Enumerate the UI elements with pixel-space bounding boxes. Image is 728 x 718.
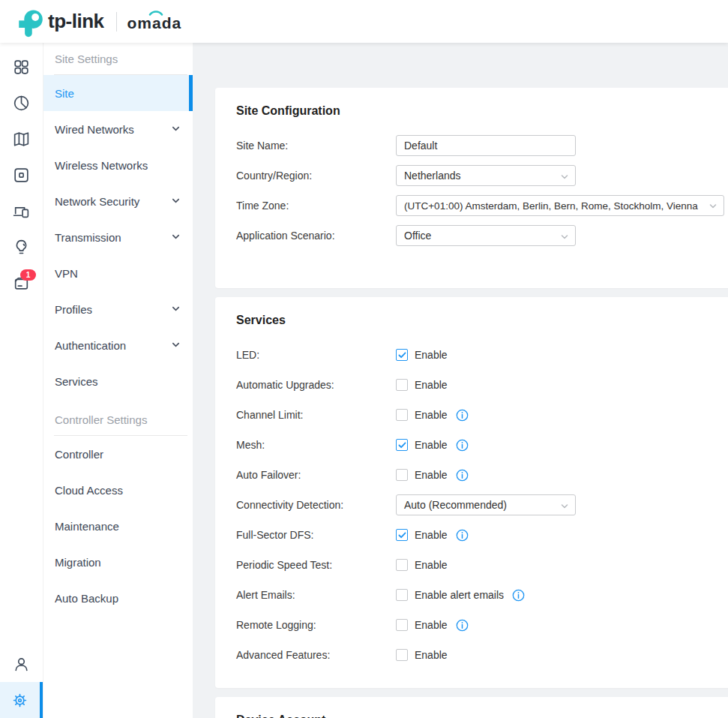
chevron-down-icon [171, 195, 181, 208]
info-icon[interactable] [456, 619, 469, 632]
automatic-upgrades-row: Automatic Upgrades: Enable [236, 370, 728, 400]
channel-limit-row: Channel Limit: Enable [236, 400, 728, 430]
led-row: LED: Enable [236, 340, 728, 370]
brand-name: tp-link [48, 10, 104, 33]
chevron-down-icon [171, 231, 181, 244]
chevron-down-icon [560, 172, 569, 184]
sidebar-item-controller[interactable]: Controller [43, 436, 193, 472]
site-name-row: Site Name: [236, 131, 728, 161]
device-account-card: Device Account [215, 697, 728, 718]
tp-link-logo-icon [15, 5, 46, 40]
alert-emails-row: Alert Emails: Enable alert emails [236, 580, 728, 610]
time-zone-label: Time Zone: [236, 200, 396, 212]
card-title: Services [236, 314, 728, 327]
site-configuration-card: Site Configuration Site Name: Country/Re… [215, 88, 728, 288]
sidebar-section-site-settings: Site Settings [43, 43, 193, 74]
connectivity-detection-select[interactable]: Auto (Recommended) [396, 494, 576, 515]
remote-logging-row: Remote Logging: Enable [236, 610, 728, 640]
remote-logging-enable-checkbox[interactable] [396, 619, 408, 631]
channel-limit-enable-checkbox[interactable] [396, 409, 408, 421]
advanced-features-enable-checkbox[interactable] [396, 649, 408, 661]
sidebar-item-maintenance[interactable]: Maintenance [43, 508, 193, 544]
country-region-label: Country/Region: [236, 170, 396, 182]
time-zone-select[interactable]: (UTC+01:00) Amsterdam, Berlin, Bern, Rom… [396, 195, 724, 216]
automatic-upgrades-enable-checkbox[interactable] [396, 379, 408, 391]
nav-dashboard-icon[interactable] [0, 49, 43, 85]
periodic-speed-test-row: Periodic Speed Test: Enable [236, 550, 728, 580]
country-region-select[interactable]: Netherlands [396, 165, 576, 186]
nav-account-icon[interactable] [0, 646, 43, 682]
sidebar-item-network-security[interactable]: Network Security [43, 183, 193, 219]
auto-failover-row: Auto Failover: Enable [236, 460, 728, 490]
settings-sidebar: Site Settings Site Wired Networks Wirele… [43, 43, 193, 718]
advanced-features-row: Advanced Features: Enable [236, 640, 728, 670]
wifi-arcs-icon [148, 9, 164, 17]
application-scenario-select[interactable]: Office [396, 225, 576, 246]
site-name-input[interactable] [396, 135, 576, 156]
services-card: Services LED: Enable Automatic Upgrades:… [215, 297, 728, 688]
sidebar-item-wireless-networks[interactable]: Wireless Networks [43, 147, 193, 183]
card-title: Site Configuration [236, 104, 728, 118]
sidebar-item-services[interactable]: Services [43, 363, 193, 399]
nav-settings-icon[interactable] [0, 682, 43, 718]
time-zone-row: Time Zone: (UTC+01:00) Amsterdam, Berlin… [236, 191, 728, 221]
sidebar-item-transmission[interactable]: Transmission [43, 219, 193, 255]
sidebar-item-site[interactable]: Site [43, 75, 193, 111]
full-sector-dfs-enable-checkbox[interactable] [396, 529, 408, 541]
sidebar-item-vpn[interactable]: VPN [43, 255, 193, 291]
icon-rail: 1 [0, 43, 43, 718]
chevron-down-icon [560, 501, 569, 513]
nav-insights-icon[interactable] [0, 229, 43, 265]
logs-badge: 1 [20, 269, 36, 281]
nav-clients-icon[interactable] [0, 193, 43, 229]
application-scenario-label: Application Scenario: [236, 230, 396, 242]
full-sector-dfs-row: Full-Sector DFS: Enable [236, 520, 728, 550]
sidebar-section-controller-settings: Controller Settings [43, 404, 193, 435]
sidebar-item-wired-networks[interactable]: Wired Networks [43, 111, 193, 147]
nav-devices-icon[interactable] [0, 157, 43, 193]
info-icon[interactable] [512, 589, 525, 602]
led-enable-checkbox[interactable] [396, 349, 408, 361]
product-logo: omada [127, 14, 182, 32]
country-region-row: Country/Region: Netherlands [236, 161, 728, 191]
header-divider [116, 12, 117, 32]
info-icon[interactable] [456, 469, 469, 482]
chevron-down-icon [171, 123, 181, 136]
rail-spacer [0, 301, 43, 646]
sidebar-item-profiles[interactable]: Profiles [43, 291, 193, 327]
alert-emails-enable-checkbox[interactable] [396, 589, 408, 601]
sidebar-item-cloud-access[interactable]: Cloud Access [43, 472, 193, 508]
card-title: Device Account [236, 713, 728, 718]
nav-map-icon[interactable] [0, 121, 43, 157]
application-scenario-row: Application Scenario: Office [236, 221, 728, 251]
mesh-enable-checkbox[interactable] [396, 439, 408, 451]
info-icon[interactable] [456, 439, 469, 452]
chevron-down-icon [171, 303, 181, 316]
top-header: tp-link omada [0, 0, 728, 43]
sidebar-item-auto-backup[interactable]: Auto Backup [43, 580, 193, 616]
info-icon[interactable] [456, 409, 469, 422]
auto-failover-enable-checkbox[interactable] [396, 469, 408, 481]
mesh-row: Mesh: Enable [236, 430, 728, 460]
connectivity-detection-row: Connectivity Detection: Auto (Recommende… [236, 490, 728, 520]
sidebar-item-authentication[interactable]: Authentication [43, 327, 193, 363]
info-icon[interactable] [456, 529, 469, 542]
sidebar-item-migration[interactable]: Migration [43, 544, 193, 580]
chevron-down-icon [709, 202, 718, 213]
site-name-label: Site Name: [236, 140, 396, 152]
nav-statistics-icon[interactable] [0, 85, 43, 121]
chevron-down-icon [560, 232, 569, 244]
nav-logs-icon[interactable]: 1 [0, 265, 43, 301]
periodic-speed-test-enable-checkbox[interactable] [396, 559, 408, 571]
main-content: Site Configuration Site Name: Country/Re… [193, 43, 728, 718]
chevron-down-icon [171, 339, 181, 352]
